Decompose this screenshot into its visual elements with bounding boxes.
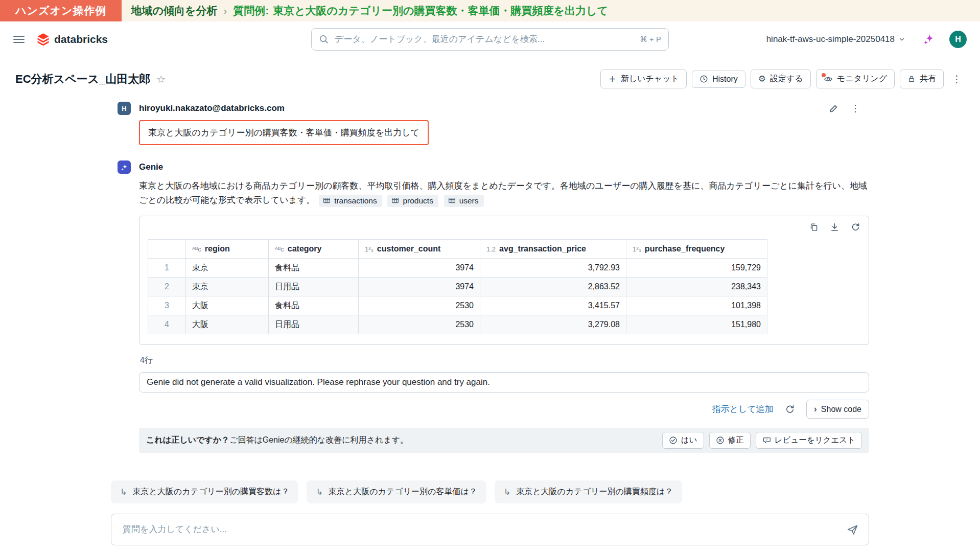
download-icon[interactable] xyxy=(830,222,839,232)
workspace-selector[interactable]: hinak-tf-aws-uc-simple-20250418 xyxy=(763,34,908,45)
banner-question: 質問例: 東京と大阪のカテゴリー別の購買客数・客単価・購買頻度を出力して xyxy=(233,4,608,18)
visualization-error-message: Genie did not generate a valid visualiza… xyxy=(139,372,869,393)
hamburger-menu-icon[interactable] xyxy=(13,36,25,43)
x-circle-icon xyxy=(716,436,725,445)
refresh-icon[interactable] xyxy=(851,222,860,232)
edit-pencil-icon[interactable] xyxy=(829,103,838,114)
monitoring-button[interactable]: モニタリング xyxy=(816,70,895,88)
cell-region: 大阪 xyxy=(186,315,269,334)
kebab-menu-icon[interactable]: ⋮ xyxy=(949,72,965,86)
assistant-message-header: Genie xyxy=(111,160,869,174)
table-chip-transactions[interactable]: transactions xyxy=(319,195,382,207)
feedback-fix-label: 修正 xyxy=(728,435,744,446)
eye-icon xyxy=(824,75,833,84)
new-chat-button[interactable]: 新しいチャット xyxy=(600,70,687,88)
table-grid-icon xyxy=(391,197,399,204)
cell-customer-count: 2530 xyxy=(359,315,480,334)
assistant-name: Genie xyxy=(139,162,163,172)
table-row: 1 東京 食料品 3974 3,792.93 159,729 xyxy=(148,259,767,278)
regenerate-icon[interactable] xyxy=(785,404,795,415)
search-input[interactable] xyxy=(334,34,635,45)
databricks-logo[interactable]: databricks xyxy=(37,33,108,46)
suggestion-label: 東京と大阪のカテゴリー別の購買頻度は？ xyxy=(516,487,673,497)
table-row: 4 大阪 日用品 2530 3,279.08 151,980 xyxy=(148,315,767,334)
col-header-avg-transaction-price: 1.2avg_transaction_price xyxy=(480,240,626,259)
cell-region: 東京 xyxy=(186,278,269,296)
suggestion-chip-frequency[interactable]: ↳ 東京と大阪のカテゴリー別の購買頻度は？ xyxy=(495,480,682,503)
add-as-instruction-link[interactable]: 指示として追加 xyxy=(712,403,774,415)
lock-icon xyxy=(907,75,916,83)
message-kebab-icon[interactable]: ⋮ xyxy=(851,103,860,114)
table-corner-header xyxy=(148,240,186,259)
settings-label: 設定する xyxy=(770,74,803,84)
user-email: hiroyuki.nakazato@databricks.com xyxy=(139,103,285,113)
question-composer[interactable] xyxy=(111,514,869,545)
suggestion-label: 東京と大阪のカテゴリー別の購買客数は？ xyxy=(132,487,289,497)
string-type-icon: ᴬᴮc xyxy=(192,245,201,253)
feedback-fix-button[interactable]: 修正 xyxy=(709,432,751,449)
favorite-star-icon[interactable]: ☆ xyxy=(156,73,166,85)
assistant-sparkle-icon[interactable] xyxy=(920,32,938,47)
app-header: databricks ⌘ + P hinak-tf-aws-uc-simple-… xyxy=(0,21,980,57)
banner-tag: ハンズオン操作例 xyxy=(0,0,122,21)
copy-icon[interactable] xyxy=(809,222,819,232)
suggestion-chip-customers[interactable]: ↳ 東京と大阪のカテゴリー別の購買客数は？ xyxy=(111,480,298,503)
assistant-answer-body: 東京と大阪の各地域における商品カテゴリー別の顧客数、平均取引価格、購入頻度をまと… xyxy=(139,181,867,205)
table-row: 3 大阪 食料品 2530 3,415.57 101,398 xyxy=(148,296,767,315)
search-icon xyxy=(319,34,329,44)
cell-category: 日用品 xyxy=(269,278,359,296)
cell-avg-price: 2,863.52 xyxy=(480,278,626,296)
branch-arrow-icon: ↳ xyxy=(120,487,127,497)
user-avatar[interactable]: H xyxy=(949,31,967,48)
cell-customer-count: 2530 xyxy=(359,296,480,315)
int-type-icon: 1²₃ xyxy=(365,245,374,253)
row-number: 3 xyxy=(148,296,186,315)
decimal-type-icon: 1.2 xyxy=(486,245,496,253)
banner-breadcrumb: 地域の傾向を分析 xyxy=(131,4,217,18)
request-review-button[interactable]: ? レビューをリクエスト xyxy=(756,432,862,449)
row-count-label: 4行 xyxy=(140,355,869,366)
breadcrumb-separator: › xyxy=(223,5,227,17)
user-message-header: H hiroyuki.nakazato@databricks.com ⋮ xyxy=(111,102,869,115)
question-input[interactable] xyxy=(122,524,841,535)
share-button[interactable]: 共有 xyxy=(900,70,944,88)
suggestion-chips: ↳ 東京と大阪のカテゴリー別の購買客数は？ ↳ 東京と大阪のカテゴリー別の客単価… xyxy=(111,480,869,503)
cell-category: 食料品 xyxy=(269,259,359,278)
settings-button[interactable]: ⚙ 設定する xyxy=(751,70,811,88)
notification-dot xyxy=(822,73,826,77)
global-search[interactable]: ⌘ + P xyxy=(311,28,669,51)
send-icon[interactable] xyxy=(847,524,858,536)
assistant-answer-text: 東京と大阪の各地域における商品カテゴリー別の顧客数、平均取引価格、購入頻度をまと… xyxy=(139,179,869,208)
table-chip-products[interactable]: products xyxy=(387,195,438,207)
table-chip-label: users xyxy=(459,196,479,205)
banner-question-text: 東京と大阪のカテゴリー別の購買客数・客単価・購買頻度を出力して xyxy=(273,4,608,18)
cell-category: 日用品 xyxy=(269,315,359,334)
col-header-region: ᴬᴮcregion xyxy=(186,240,269,259)
show-code-button[interactable]: › Show code xyxy=(806,400,869,419)
chat-column: H hiroyuki.nakazato@databricks.com ⋮ 東京と… xyxy=(111,102,869,552)
monitoring-label: モニタリング xyxy=(837,74,887,84)
cell-category: 食料品 xyxy=(269,296,359,315)
string-type-icon: ᴬᴮc xyxy=(275,245,284,253)
row-number: 4 xyxy=(148,315,186,334)
history-button[interactable]: History xyxy=(692,71,745,88)
share-label: 共有 xyxy=(920,74,936,84)
feedback-yes-button[interactable]: はい xyxy=(662,432,704,449)
cell-purchase-frequency: 159,729 xyxy=(626,259,767,278)
row-number: 2 xyxy=(148,278,186,296)
page-title-row: EC分析スペース_山田太郎 ☆ 新しいチャット History ⚙ 設定する モ… xyxy=(0,57,980,91)
feedback-prompt: これは正しいですか？ご回答はGenieの継続的な改善に利用されます。 xyxy=(146,435,408,446)
result-table-card: ᴬᴮcregion ᴬᴮccategory 1²₃customer_count … xyxy=(139,216,869,345)
table-row: 2 東京 日用品 3974 2,863.52 238,343 xyxy=(148,278,767,296)
check-circle-icon xyxy=(669,436,678,445)
history-label: History xyxy=(712,75,738,84)
cell-purchase-frequency: 238,343 xyxy=(626,278,767,296)
chevron-right-icon: › xyxy=(814,404,817,415)
branch-arrow-icon: ↳ xyxy=(316,487,322,497)
plus-icon xyxy=(608,75,617,83)
col-header-category: ᴬᴮccategory xyxy=(269,240,359,259)
workspace-name: hinak-tf-aws-uc-simple-20250418 xyxy=(766,34,895,44)
feedback-prompt-detail: ご回答はGenieの継続的な改善に利用されます。 xyxy=(229,435,408,444)
suggestion-chip-avg-price[interactable]: ↳ 東京と大阪のカテゴリー別の客単価は？ xyxy=(307,480,486,503)
table-chip-users[interactable]: users xyxy=(444,195,484,207)
